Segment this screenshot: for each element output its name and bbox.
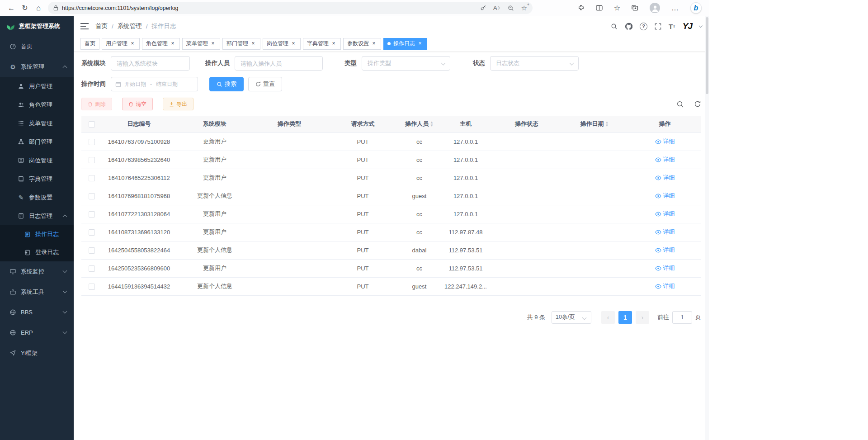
close-icon[interactable]: ×: [371, 41, 377, 47]
hamburger-icon[interactable]: [80, 23, 89, 29]
col-date[interactable]: 操作日期▲▼: [561, 116, 628, 132]
col-operator[interactable]: 操作人员▲▼: [400, 116, 439, 132]
module-input[interactable]: [111, 56, 190, 71]
row-checkbox[interactable]: [89, 211, 95, 218]
sidebar-item-bbs[interactable]: BBS: [0, 302, 74, 322]
delete-button[interactable]: 删除: [81, 98, 112, 110]
close-icon[interactable]: ×: [250, 41, 256, 47]
collections-icon[interactable]: [632, 5, 638, 11]
back-button[interactable]: ←: [5, 2, 18, 14]
github-icon[interactable]: [625, 23, 632, 30]
fullscreen-icon[interactable]: [655, 23, 661, 30]
sidebar-item-departments[interactable]: 部门管理: [0, 132, 74, 151]
sidebar-item-parameters[interactable]: ✎ 参数设置: [0, 188, 74, 207]
bing-icon[interactable]: b: [690, 2, 702, 14]
row-checkbox[interactable]: [89, 139, 95, 145]
add-favorite-icon[interactable]: ☆+: [521, 4, 527, 12]
sidebar-item-users[interactable]: 用户管理: [0, 77, 74, 95]
row-checkbox[interactable]: [89, 265, 95, 272]
refresh-table-icon[interactable]: [694, 100, 701, 108]
tab-roles[interactable]: 角色管理×: [142, 38, 180, 50]
password-key-icon[interactable]: [480, 5, 486, 11]
row-checkbox[interactable]: [89, 247, 95, 254]
scrollbar-thumb[interactable]: [706, 17, 708, 94]
zoom-out-icon[interactable]: [508, 5, 514, 11]
user-logo[interactable]: YJ: [683, 21, 692, 31]
detail-link[interactable]: 详细: [655, 156, 675, 164]
split-screen-icon[interactable]: [596, 5, 603, 11]
sidebar-item-login-log[interactable]: 登录日志: [0, 243, 74, 261]
sidebar-item-system[interactable]: ⚙ 系统管理: [0, 57, 74, 77]
row-checkbox[interactable]: [89, 175, 95, 181]
address-bar[interactable]: https://ccnetcore.com:1101/system/log/op…: [48, 2, 533, 14]
sidebar-item-monitoring[interactable]: 系统监控: [0, 261, 74, 282]
tab-parameters[interactable]: 参数设置×: [343, 38, 381, 50]
export-button[interactable]: 导出: [163, 98, 193, 110]
prev-page-button[interactable]: ‹: [601, 311, 615, 324]
page-1-button[interactable]: 1: [618, 311, 632, 324]
scrollbar[interactable]: [705, 16, 709, 440]
search-button[interactable]: 搜索: [209, 77, 244, 91]
close-icon[interactable]: ×: [210, 41, 216, 47]
close-icon[interactable]: ×: [290, 41, 297, 47]
search-icon[interactable]: [611, 23, 618, 30]
sidebar-item-erp[interactable]: ERP: [0, 322, 74, 343]
profile-avatar[interactable]: [650, 3, 660, 13]
detail-link[interactable]: 详细: [655, 264, 675, 272]
detail-link[interactable]: 详细: [655, 210, 675, 218]
detail-link[interactable]: 详细: [655, 246, 675, 254]
settings-menu-icon[interactable]: …: [671, 4, 679, 12]
row-checkbox[interactable]: [89, 229, 95, 236]
status-select[interactable]: 日志状态: [490, 56, 579, 71]
font-size-icon[interactable]: TT: [669, 23, 675, 30]
extensions-icon[interactable]: [578, 5, 585, 11]
close-icon[interactable]: ×: [417, 41, 423, 47]
breadcrumb-home[interactable]: 首页: [95, 22, 108, 30]
tab-departments[interactable]: 部门管理×: [222, 38, 260, 50]
detail-link[interactable]: 详细: [655, 282, 675, 290]
reset-button[interactable]: 重置: [248, 77, 282, 91]
close-icon[interactable]: ×: [170, 41, 176, 47]
detail-link[interactable]: 详细: [655, 137, 675, 146]
sidebar-item-home[interactable]: 首页: [0, 36, 74, 57]
type-select[interactable]: 操作类型: [362, 56, 450, 71]
tab-menus[interactable]: 菜单管理×: [182, 38, 220, 50]
detail-link[interactable]: 详细: [655, 174, 675, 182]
sidebar-item-operation-log[interactable]: 操作日志: [0, 225, 74, 243]
sidebar-item-dictionary[interactable]: 字典管理: [0, 170, 74, 188]
sidebar-item-log-management[interactable]: 日志管理: [0, 207, 74, 225]
row-checkbox[interactable]: [89, 284, 95, 290]
detail-link[interactable]: 详细: [655, 192, 675, 200]
goto-page-input[interactable]: [672, 311, 692, 324]
caret-down-icon[interactable]: [699, 24, 703, 27]
refresh-button[interactable]: ↻: [18, 2, 32, 14]
sidebar-item-yi-framework[interactable]: Yi框架: [0, 343, 74, 363]
select-all-checkbox[interactable]: [89, 121, 95, 128]
tab-users[interactable]: 用户管理×: [102, 38, 140, 50]
search-toggle-icon[interactable]: [676, 100, 684, 108]
sidebar-item-posts[interactable]: 岗位管理: [0, 151, 74, 170]
help-icon[interactable]: ?: [640, 23, 647, 30]
clear-button[interactable]: 清空: [122, 98, 153, 110]
date-range-picker[interactable]: 开始日期 - 结束日期: [111, 77, 198, 91]
row-checkbox[interactable]: [89, 157, 95, 163]
operator-input[interactable]: [235, 56, 323, 71]
detail-link[interactable]: 详细: [655, 228, 675, 236]
read-aloud-icon[interactable]: A: [493, 5, 500, 11]
tab-dictionary[interactable]: 字典管理×: [303, 38, 341, 50]
tab-operation-log[interactable]: 操作日志×: [383, 38, 427, 50]
next-page-button[interactable]: ›: [636, 311, 649, 324]
close-icon[interactable]: ×: [129, 41, 136, 47]
row-checkbox[interactable]: [89, 193, 95, 199]
close-icon[interactable]: ×: [330, 41, 337, 47]
home-button[interactable]: ⌂: [32, 2, 45, 14]
sort-icons[interactable]: ▲▼: [605, 121, 609, 127]
tab-home[interactable]: 首页: [80, 38, 99, 50]
tab-posts[interactable]: 岗位管理×: [263, 38, 301, 50]
sort-icons[interactable]: ▲▼: [430, 121, 434, 127]
app-logo[interactable]: 意框架管理系统: [0, 16, 74, 36]
sidebar-item-menus[interactable]: 菜单管理: [0, 114, 74, 132]
breadcrumb-system[interactable]: 系统管理: [118, 22, 142, 30]
page-size-select[interactable]: 10条/页: [552, 311, 591, 324]
favorites-icon[interactable]: ☆: [614, 4, 620, 12]
